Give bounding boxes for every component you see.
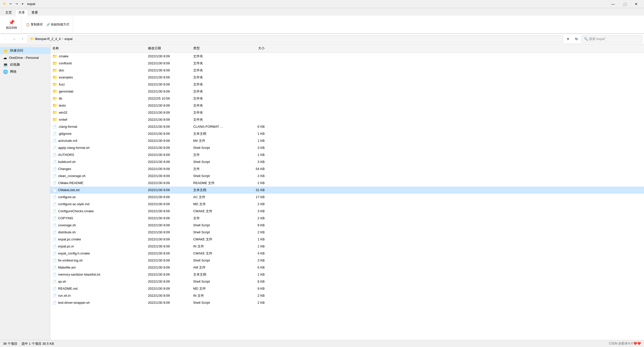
- path-folder-icon: 📁: [30, 37, 34, 41]
- file-date-cell: 2022/1/30 8:09: [146, 132, 191, 136]
- file-size-cell: 1 KB: [242, 237, 267, 241]
- file-name-text: win32: [59, 111, 67, 114]
- header-size[interactable]: 大小: [242, 45, 267, 52]
- up-button[interactable]: ↑: [19, 35, 26, 42]
- table-row[interactable]: 📁cmake2022/1/30 8:09文件夹: [50, 53, 644, 60]
- table-row[interactable]: 📄CMake.README2022/1/30 8:09README 文件2 KB: [50, 180, 644, 187]
- file-size-cell: 2 KB: [242, 294, 267, 297]
- table-row[interactable]: 📄clean_coverage.sh2022/1/30 8:09Shell Sc…: [50, 172, 644, 180]
- file-size-cell: 3 KB: [242, 209, 267, 213]
- table-row[interactable]: 📄buildconf.sh2022/1/30 8:09Shell Script3…: [50, 158, 644, 165]
- table-row[interactable]: 📄acinclude.m42022/1/30 8:09M4 文件1 KB: [50, 137, 644, 144]
- file-name-text: expat_config.h.cmake: [58, 251, 90, 255]
- file-date-cell: 2022/1/30 8:09: [146, 301, 191, 305]
- table-row[interactable]: 📄expat_config.h.cmake2022/1/30 8:09CMAKE…: [50, 250, 644, 257]
- copy-path-button[interactable]: 📋 复制路径: [24, 22, 44, 27]
- file-icon: 📄: [52, 167, 57, 171]
- table-row[interactable]: 📄configure.ac2022/1/30 8:09AC 文件17 KB: [50, 194, 644, 201]
- file-name-text: cmake: [59, 54, 68, 58]
- folder-icon[interactable]: 📁: [2, 2, 7, 7]
- table-row[interactable]: 📁xmlwf2022/1/30 8:09文件夹: [50, 116, 644, 123]
- title-bar-quick-access[interactable]: 📁 ↩ ↪ ▾: [2, 2, 25, 7]
- file-name-text: tests: [59, 104, 66, 107]
- table-row[interactable]: 📄AUTHORS2022/1/30 8:09文件1 KB: [50, 151, 644, 158]
- sidebar-item-onedrive[interactable]: ☁ OneDrive - Personal: [0, 54, 50, 61]
- ribbon-bar: 📌 固定到快 📋 复制路径 🔗 粘贴快捷方式: [0, 16, 644, 34]
- tab-share[interactable]: 共享: [15, 9, 28, 16]
- sidebar-item-thispc[interactable]: 💻 此电脑: [0, 61, 50, 68]
- forward-button[interactable]: →: [11, 35, 18, 42]
- table-row[interactable]: 📁tests2022/1/30 8:09文件夹: [50, 102, 644, 109]
- path-segment-parent[interactable]: libexpat-R_2_4_4: [35, 37, 61, 41]
- file-size-cell: 3 KB: [242, 146, 267, 150]
- path-separator: >: [62, 37, 64, 41]
- file-name-cell: 📄.clang-format: [50, 125, 146, 129]
- file-icon: 📄: [52, 125, 57, 129]
- file-type-cell: CMAKE 文件: [191, 251, 242, 256]
- file-name-cell: 📄clean_coverage.sh: [50, 174, 146, 178]
- search-box[interactable]: 🔍 搜索"expat": [582, 35, 642, 42]
- table-row[interactable]: 📄qa.sh2022/1/30 8:09Shell Script8 KB: [50, 278, 644, 285]
- table-row[interactable]: 📄test-driver-wrapper.sh2022/1/30 8:09She…: [50, 299, 644, 306]
- back-button[interactable]: ←: [2, 35, 9, 42]
- file-icon: 📄: [52, 280, 57, 284]
- pin-button[interactable]: 📌 固定到快: [4, 18, 19, 31]
- table-row[interactable]: 📁lib2022/2/5 10:59文件夹: [50, 95, 644, 102]
- path-segment-current[interactable]: expat: [65, 37, 73, 41]
- header-date[interactable]: 修改日期: [146, 45, 191, 52]
- table-row[interactable]: 📄Makefile.am2022/1/30 8:09AM 文件6 KB: [50, 264, 644, 271]
- maximize-button[interactable]: ⬜: [619, 0, 630, 8]
- table-row[interactable]: 📄configure-ac-style.md2022/1/30 8:09MD 文…: [50, 201, 644, 208]
- paste-shortcut-button[interactable]: 🔗 粘贴快捷方式: [45, 22, 71, 27]
- table-row[interactable]: 📄run.sh.in2022/1/30 8:09IN 文件2 KB: [50, 292, 644, 299]
- window-controls[interactable]: — ⬜ ✕: [607, 0, 642, 8]
- file-type-cell: README 文件: [191, 181, 242, 185]
- table-row[interactable]: 📁win322022/1/30 8:09文件夹: [50, 109, 644, 116]
- header-name[interactable]: 名称: [50, 45, 146, 52]
- table-row[interactable]: 📁conftools2022/1/30 8:09文件夹: [50, 60, 644, 67]
- sidebar-item-quick-access[interactable]: ⭐ 快速访问: [0, 47, 50, 54]
- table-row[interactable]: 📄Changes2022/1/30 8:09文件54 KB: [50, 165, 644, 172]
- table-row[interactable]: 📁doc2022/1/30 8:09文件夹: [50, 67, 644, 74]
- paste-shortcut-label: 粘贴快捷方式: [51, 22, 69, 27]
- table-row[interactable]: 📁gennmtab2022/1/30 8:09文件夹: [50, 88, 644, 95]
- file-name-text: CMake.README: [58, 181, 83, 185]
- table-row[interactable]: 📄fix-xmltest-log.sh2022/1/30 8:09Shell S…: [50, 257, 644, 264]
- minimize-button[interactable]: —: [607, 0, 619, 8]
- table-row[interactable]: 📄expat.pc.cmake2022/1/30 8:09CMAKE 文件1 K…: [50, 236, 644, 243]
- table-row[interactable]: 📄distribute.sh2022/1/30 8:09Shell Script…: [50, 229, 644, 236]
- tab-view[interactable]: 查看: [28, 9, 41, 16]
- table-row[interactable]: 📄.gitignore2022/1/30 8:09文本文档1 KB: [50, 130, 644, 137]
- table-row[interactable]: 📄expat.pc.in2022/1/30 8:09IN 文件1 KB: [50, 243, 644, 250]
- file-name-text: CMakeLists.txt: [58, 188, 79, 192]
- header-type[interactable]: 类型: [191, 45, 242, 52]
- table-row[interactable]: 📄README.md2022/1/30 8:09MD 文件9 KB: [50, 285, 644, 292]
- file-type-cell: 文件夹: [191, 75, 242, 80]
- address-path[interactable]: 📁 libexpat-R_2_4_4 > expat: [28, 35, 563, 42]
- refresh-button[interactable]: ↻: [573, 35, 580, 42]
- table-row[interactable]: 📄apply-clang-format.sh2022/1/30 8:09Shel…: [50, 144, 644, 151]
- file-icon: 📄: [52, 294, 57, 298]
- file-size-cell: 2 KB: [242, 202, 267, 206]
- network-icon: 🌐: [3, 69, 8, 74]
- file-type-cell: Shell Script: [191, 301, 242, 305]
- table-row[interactable]: 📄CMakeLists.txt2022/1/30 8:09文本文档31 KB: [50, 187, 644, 194]
- file-name-cell: 📁doc: [50, 68, 146, 73]
- table-row[interactable]: 📄ConfigureChecks.cmake2022/1/30 8:09CMAK…: [50, 208, 644, 215]
- dropdown-button[interactable]: ▼: [565, 35, 572, 42]
- file-name-text: ConfigureChecks.cmake: [58, 209, 94, 213]
- tab-home[interactable]: 主页: [2, 9, 15, 16]
- file-type-cell: IN 文件: [191, 293, 242, 298]
- redo-icon[interactable]: ↪: [14, 2, 19, 7]
- table-row[interactable]: 📁fuzz2022/1/30 8:09文件夹: [50, 81, 644, 88]
- table-row[interactable]: 📁examples2022/1/30 8:09文件夹: [50, 74, 644, 81]
- undo-icon[interactable]: ↩: [8, 2, 13, 7]
- table-row[interactable]: 📄coverage.sh2022/1/30 8:09Shell Script9 …: [50, 222, 644, 229]
- down-arrow-icon[interactable]: ▾: [20, 2, 25, 7]
- table-row[interactable]: 📄COPYING2022/1/30 8:09文件2 KB: [50, 215, 644, 222]
- close-button[interactable]: ✕: [630, 0, 642, 8]
- table-row[interactable]: 📄memory-sanitizer-blacklist.txt2022/1/30…: [50, 271, 644, 278]
- file-type-cell: 文本文档: [191, 272, 242, 277]
- table-row[interactable]: 📄.clang-format2022/1/30 8:09CLANG-FORMAT…: [50, 123, 644, 130]
- sidebar-item-network[interactable]: 🌐 网络: [0, 68, 50, 75]
